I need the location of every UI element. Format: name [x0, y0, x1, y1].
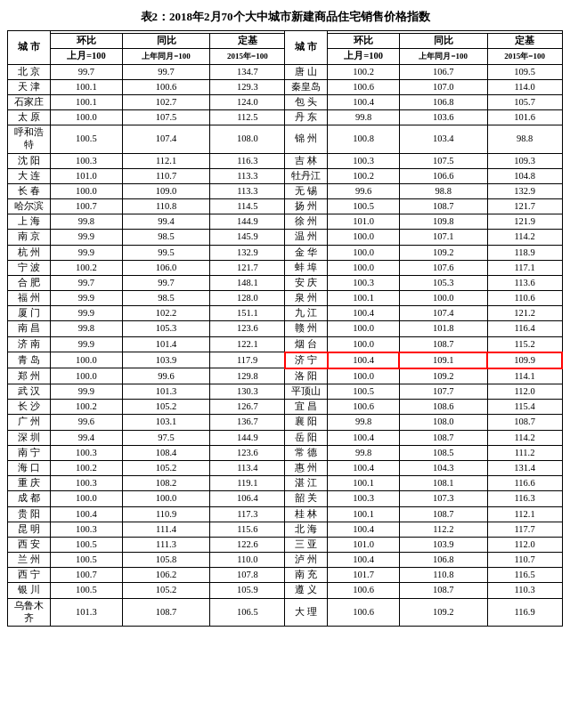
left-tongbi: 106.0	[122, 260, 210, 275]
table-row: 南 昌 99.8 105.3 123.6 赣 州 100.0 101.8 116…	[8, 321, 563, 336]
left-huanbi: 100.3	[51, 445, 123, 460]
right-city: 扬 州	[285, 199, 328, 214]
table-row: 大 连 101.0 110.7 113.3 牡丹江 100.2 106.6 10…	[8, 168, 563, 183]
table-row: 福 州 99.9 98.5 128.0 泉 州 100.1 100.0 110.…	[8, 291, 563, 306]
left-huanbi: 100.0	[51, 368, 123, 384]
left-city: 杭 州	[8, 245, 51, 260]
left-tongbi: 105.2	[122, 583, 210, 598]
left-tongbi: 100.6	[122, 79, 210, 94]
left-huanbi: 99.9	[51, 291, 123, 306]
right-city: 常 德	[285, 445, 328, 460]
left-tongbi: 99.4	[122, 214, 210, 230]
right-dingji: 104.8	[487, 168, 562, 183]
right-tongbi: 108.6	[399, 400, 487, 415]
right-huanbi: 100.4	[328, 306, 400, 321]
left-huanbi: 99.9	[51, 306, 123, 321]
right-tongbi: 108.5	[399, 445, 487, 460]
left-huanbi: 100.5	[51, 583, 123, 598]
right-huanbi: 100.1	[328, 476, 400, 491]
left-tongbi: 105.8	[122, 553, 210, 568]
right-city: 平顶山	[285, 384, 328, 400]
left-dingji: 119.1	[210, 476, 285, 491]
right-huanbi: 100.3	[328, 275, 400, 290]
right-dingji: 110.3	[487, 583, 562, 598]
right-dingji: 113.6	[487, 275, 562, 290]
right-dingji: 111.2	[487, 445, 562, 460]
left-huanbi: 100.3	[51, 153, 123, 168]
left-tongbi: 103.9	[122, 352, 210, 368]
right-city: 唐 山	[285, 64, 328, 79]
left-huanbi: 99.9	[51, 384, 123, 400]
left-dingji: 129.3	[210, 79, 285, 94]
left-dingji: 122.1	[210, 336, 285, 352]
left-city: 南 昌	[8, 321, 51, 336]
right-huanbi: 100.4	[328, 553, 400, 568]
left-dingji: 106.4	[210, 491, 285, 506]
table-row: 重 庆 100.3 108.2 119.1 湛 江 100.1 108.1 11…	[8, 476, 563, 491]
left-tongbi: 99.7	[122, 275, 210, 290]
right-huanbi: 100.6	[328, 583, 400, 598]
left-city: 兰 州	[8, 553, 51, 568]
table-row: 北 京 99.7 99.7 134.7 唐 山 100.2 106.7 109.…	[8, 64, 563, 79]
right-city: 烟 台	[285, 336, 328, 352]
table-row: 南 宁 100.3 108.4 123.6 常 德 99.8 108.5 111…	[8, 445, 563, 460]
left-dingji: 108.0	[210, 125, 285, 153]
left-dingji: 116.3	[210, 153, 285, 168]
table-row: 杭 州 99.9 99.5 132.9 金 华 100.0 109.2 118.…	[8, 245, 563, 260]
left-dingji: 148.1	[210, 275, 285, 290]
left-dingji: 144.9	[210, 430, 285, 445]
right-tongbi: 105.3	[399, 275, 487, 290]
right-huanbi: 100.0	[328, 321, 400, 336]
right-city: 包 头	[285, 94, 328, 109]
left-tongbi: 100.0	[122, 491, 210, 506]
right-dingji: 114.0	[487, 79, 562, 94]
right-huanbi: 99.8	[328, 110, 400, 125]
left-dingji: 128.0	[210, 291, 285, 306]
huanbi-sub-r: 上月=100	[328, 49, 400, 64]
left-dingji: 105.9	[210, 583, 285, 598]
right-huanbi: 101.7	[328, 568, 400, 583]
table-row: 银 川 100.5 105.2 105.9 遵 义 100.6 108.7 11…	[8, 583, 563, 598]
left-huanbi: 101.0	[51, 168, 123, 183]
right-huanbi: 100.3	[328, 491, 400, 506]
table-row: 西 宁 100.7 106.2 107.8 南 充 101.7 110.8 11…	[8, 568, 563, 583]
left-dingji: 107.8	[210, 568, 285, 583]
right-city: 遵 义	[285, 583, 328, 598]
right-huanbi: 99.8	[328, 445, 400, 460]
left-city: 石家庄	[8, 94, 51, 109]
left-tongbi: 102.2	[122, 306, 210, 321]
right-city: 丹 东	[285, 110, 328, 125]
right-huanbi: 100.2	[328, 168, 400, 183]
left-dingji: 123.6	[210, 321, 285, 336]
right-city: 赣 州	[285, 321, 328, 336]
right-tongbi: 107.3	[399, 491, 487, 506]
left-tongbi: 105.3	[122, 321, 210, 336]
table-row: 西 安 100.5 111.3 122.6 三 亚 101.0 103.9 11…	[8, 537, 563, 552]
left-city: 宁 波	[8, 260, 51, 275]
left-huanbi: 100.7	[51, 568, 123, 583]
left-huanbi: 99.9	[51, 230, 123, 245]
left-huanbi: 100.7	[51, 199, 123, 214]
right-tongbi: 107.5	[399, 153, 487, 168]
right-tongbi: 108.7	[399, 199, 487, 214]
right-huanbi: 100.2	[328, 64, 400, 79]
left-city: 广 州	[8, 415, 51, 430]
right-tongbi: 98.8	[399, 183, 487, 198]
right-huanbi: 100.0	[328, 336, 400, 352]
table-row: 乌鲁木齐 101.3 108.7 106.5 大 理 100.6 109.2 1…	[8, 598, 563, 626]
left-tongbi: 102.7	[122, 94, 210, 109]
right-tongbi: 108.7	[399, 506, 487, 522]
right-dingji: 132.9	[487, 183, 562, 198]
right-huanbi: 99.6	[328, 183, 400, 198]
right-tongbi: 103.9	[399, 537, 487, 552]
right-huanbi: 100.0	[328, 368, 400, 384]
table-row: 沈 阳 100.3 112.1 116.3 吉 林 100.3 107.5 10…	[8, 153, 563, 168]
right-dingji: 116.5	[487, 568, 562, 583]
left-huanbi: 99.4	[51, 430, 123, 445]
table-row: 呼和浩特 100.5 107.4 108.0 锦 州 100.8 103.4 9…	[8, 125, 563, 153]
price-index-table: 城 市 城 市 环比 同比 定基 环比 同比 定基 上月=100 上年同月=10…	[7, 30, 563, 627]
right-dingji: 109.9	[487, 352, 562, 368]
right-tongbi: 106.6	[399, 168, 487, 183]
left-city: 厦 门	[8, 306, 51, 321]
huanbi-l: 环比	[51, 34, 123, 49]
